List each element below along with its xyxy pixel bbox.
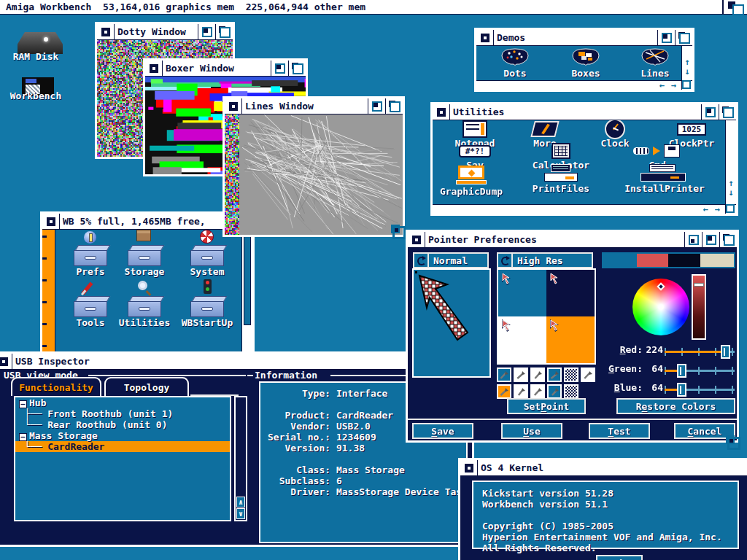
horizontal-scrollbar[interactable]: ← → — [433, 204, 725, 214]
graphicdump-icon[interactable] — [456, 166, 487, 184]
utilities-titlebar[interactable]: Utilities — [433, 104, 736, 120]
depth-icon[interactable] — [675, 30, 692, 45]
scroll-down-icon[interactable]: ↓ — [726, 188, 736, 198]
palette-swatch[interactable] — [700, 254, 734, 267]
depth-icon[interactable] — [215, 24, 233, 39]
wb-titlebar[interactable]: WB 5% full, 1,465MB free, — [42, 214, 252, 230]
resize-icon[interactable] — [726, 435, 740, 450]
save-button[interactable]: Save — [412, 423, 473, 439]
test-button[interactable]: Test — [589, 423, 650, 439]
depth-icon[interactable] — [719, 232, 737, 247]
scroll-up-icon[interactable]: ∧ — [236, 497, 245, 508]
scroll-left-icon[interactable]: ← — [659, 81, 665, 90]
resize-icon[interactable] — [725, 204, 736, 214]
kernel-titlebar[interactable]: OS 4 Kernel — [460, 460, 747, 476]
drawer-icon-wbstartup[interactable] — [189, 289, 225, 317]
tree-item-cardreader-selected[interactable]: └── CardReader — [15, 441, 230, 452]
wb-left-scrollbar[interactable] — [42, 230, 55, 355]
close-icon[interactable] — [97, 24, 115, 39]
depth-icon[interactable] — [719, 104, 736, 120]
close-icon[interactable] — [0, 354, 12, 369]
tree-item-front-roothub[interactable]: ├── Front Roothub (unit 1) — [15, 408, 230, 419]
screen-title-bar[interactable]: Amiga Workbench 53,164,016 graphics mem … — [0, 0, 747, 15]
zoom-icon[interactable] — [198, 24, 215, 39]
zoom-icon[interactable] — [657, 30, 675, 45]
zoom-icon[interactable] — [271, 61, 288, 76]
color-wheel[interactable] — [632, 279, 689, 335]
dotty-titlebar[interactable]: Dotty Window — [97, 24, 233, 40]
dots-demo-icon[interactable] — [499, 47, 531, 67]
zoom-icon[interactable] — [701, 104, 719, 120]
use-button[interactable]: Use — [501, 423, 562, 439]
lines-titlebar[interactable]: Lines Window — [225, 98, 403, 114]
calculator-icon[interactable] — [551, 143, 570, 159]
close-icon[interactable] — [433, 104, 450, 120]
resize-icon[interactable] — [681, 80, 692, 90]
palette-swatch[interactable] — [637, 254, 668, 267]
drawer-icon-prefs[interactable] — [72, 238, 109, 266]
zoom-icon[interactable] — [702, 232, 719, 247]
more-icon[interactable] — [530, 121, 559, 137]
vertical-scrollbar[interactable]: ↑ ↓ — [681, 46, 692, 80]
close-icon[interactable] — [225, 98, 242, 114]
palette-strip[interactable] — [602, 252, 735, 268]
boxer-titlebar[interactable]: Boxer Window — [145, 61, 306, 77]
drawer-icon-tools[interactable] — [72, 289, 109, 317]
resolution-cycle[interactable]: High Res — [497, 252, 593, 268]
drawer-icon-system[interactable] — [189, 238, 225, 266]
lines-demo-icon[interactable] — [639, 47, 671, 67]
resize-icon[interactable] — [391, 225, 406, 239]
scroll-right-icon[interactable]: → — [714, 205, 721, 214]
wb-right-scrollbar[interactable] — [241, 230, 252, 355]
close-icon[interactable] — [460, 460, 478, 475]
scroll-down-icon[interactable]: ↓ — [682, 67, 692, 77]
tree-item-mass-storage[interactable]: −Mass Storage — [15, 430, 230, 441]
zoom-icon[interactable] — [368, 98, 385, 114]
clockptr-icon[interactable]: 1025 — [677, 123, 706, 136]
close-icon[interactable] — [476, 30, 494, 45]
slider-knob[interactable] — [721, 345, 730, 359]
clock-icon[interactable] — [605, 120, 625, 139]
restore-colors-button[interactable]: Restore Colors — [616, 398, 735, 414]
palette-swatch[interactable] — [668, 254, 700, 267]
tree-item-hub[interactable]: −Hub — [15, 397, 230, 408]
scrollbar-thumb[interactable] — [244, 232, 251, 325]
installprinter-icon[interactable] — [640, 164, 689, 182]
depth-icon[interactable] — [288, 61, 306, 76]
brightness-knob[interactable] — [694, 283, 704, 287]
cmd-icon[interactable] — [633, 144, 681, 158]
tree-scrollbar[interactable]: ∧ ∨ — [234, 396, 247, 521]
close-icon[interactable] — [145, 61, 163, 76]
collapse-icon[interactable]: − — [19, 433, 27, 441]
usb-titlebar[interactable]: USB Inspector — [0, 354, 472, 370]
horizontal-scrollbar[interactable]: ← → — [476, 80, 681, 90]
green-slider[interactable] — [665, 370, 735, 372]
close-icon[interactable] — [408, 232, 425, 247]
close-icon[interactable] — [42, 214, 60, 229]
set-point-button[interactable]: Set Point — [507, 398, 586, 414]
boxes-demo-icon[interactable] — [570, 47, 602, 67]
vertical-scrollbar[interactable]: ↑ ↓ — [725, 120, 736, 204]
notepad-icon[interactable] — [462, 120, 487, 138]
pointer-prefs-titlebar[interactable]: Pointer Preferences — [408, 232, 737, 248]
printfiles-icon[interactable] — [544, 164, 578, 182]
ok-button[interactable]: Ok — [596, 555, 643, 560]
demos-titlebar[interactable]: Demos — [476, 30, 692, 46]
red-slider[interactable] — [665, 351, 735, 353]
tree-item-rear-roothub[interactable]: └── Rear Roothub (unit 0) — [15, 419, 230, 430]
collapse-icon[interactable]: − — [19, 400, 27, 408]
blue-slider[interactable] — [665, 389, 735, 391]
tab-topology[interactable]: Topology — [104, 377, 189, 396]
slider-knob[interactable] — [677, 383, 686, 397]
slider-knob[interactable] — [677, 364, 686, 378]
brightness-slider[interactable] — [692, 274, 706, 340]
drawer-icon-storage[interactable] — [126, 238, 163, 266]
screen-depth-gadget[interactable] — [722, 0, 747, 14]
palette-swatch[interactable] — [603, 254, 637, 267]
say-icon[interactable]: #*?! — [459, 145, 491, 158]
tab-functionality[interactable]: Functionality — [11, 377, 101, 396]
pointer-type-cycle[interactable]: Normal — [413, 252, 489, 268]
scroll-left-icon[interactable]: ← — [703, 205, 709, 214]
iconify-icon[interactable] — [684, 232, 702, 247]
depth-icon[interactable] — [385, 98, 403, 114]
